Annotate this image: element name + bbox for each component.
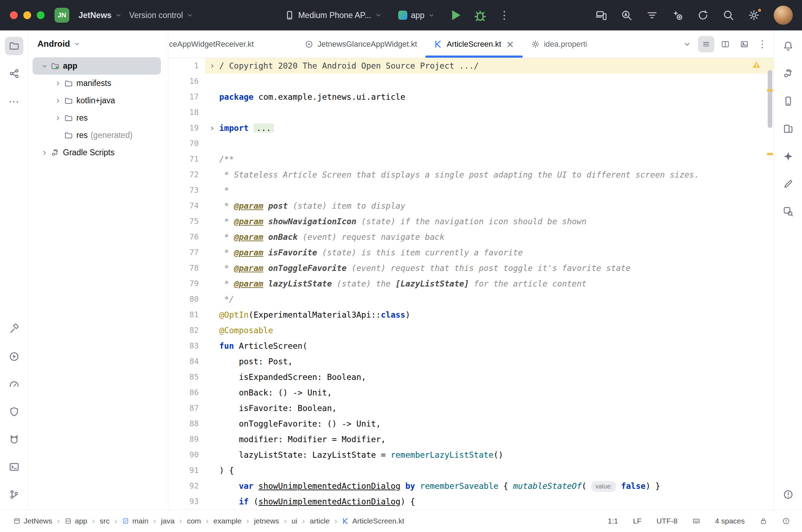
code-line-75[interactable]: 75 * @param showNavigationIcon (state) i… [168,214,774,229]
code-line-76[interactable]: 76 * @param onBack (event) request navig… [168,229,774,245]
code-line-92[interactable]: 92 var showUnimplementedActionDialog by … [168,478,774,494]
code-line-85[interactable]: 85 isExpandedScreen: Boolean, [168,369,774,385]
project-view-selector[interactable]: Android [28,30,168,55]
search-everywhere-icon[interactable] [723,10,734,21]
preview-button[interactable] [736,36,752,52]
chevron-down-icon[interactable] [39,63,50,70]
code-line-89[interactable]: 89 modifier: Modifier = Modifier, [168,432,774,447]
code-line-18[interactable]: 18 [168,105,774,120]
app-quality-insights-button[interactable] [5,403,23,421]
code-line-73[interactable]: 73 * [168,183,774,198]
code-line-84[interactable]: 84 post: Post, [168,354,774,369]
line-number[interactable]: 90 [168,447,205,463]
encoding-widget[interactable]: UTF-8 [656,517,678,525]
code-editor[interactable]: 1›/ Copyright 2020 The Android Open Sour… [168,58,774,509]
line-number[interactable]: 78 [168,260,205,276]
breadcrumb-item-jetnews[interactable]: jetnews [254,517,279,525]
line-number[interactable]: 74 [168,198,205,214]
more-tool-windows-icon[interactable]: ⋯ [5,92,23,110]
breadcrumb-item-ui[interactable]: ui [292,517,297,525]
code-line-87[interactable]: 87 isFavorite: Boolean, [168,400,774,416]
line-number[interactable]: 80 [168,291,205,307]
debug-button[interactable] [472,7,488,23]
code-line-90[interactable]: 90 lazyListState: LazyListState = rememb… [168,447,774,463]
line-number[interactable]: 85 [168,369,205,385]
device-manager-tool-button[interactable] [779,92,797,110]
line-number[interactable]: 79 [168,276,205,291]
tree-item-gradle-scripts[interactable]: Gradle Scripts [33,144,161,161]
code-line-93[interactable]: 93 if (showUnimplementedActionDialog) { [168,494,774,509]
line-number[interactable]: 72 [168,167,205,183]
code-line-82[interactable]: 82@Composable [168,323,774,338]
structural-search-icon[interactable] [646,10,658,21]
line-number[interactable]: 89 [168,432,205,447]
chevron-right-icon[interactable] [52,115,64,122]
fold-arrow-icon[interactable]: › [205,58,219,74]
running-devices-tool-button[interactable] [779,120,797,138]
line-separator-widget[interactable]: LF [633,517,642,525]
project-menu[interactable]: JetNews [75,8,126,23]
settings-button[interactable] [748,10,760,21]
resource-manager-tool-button[interactable] [5,64,23,83]
split-editor-button[interactable] [717,36,733,52]
editor-scrollbar[interactable] [766,58,774,509]
run-tool-button[interactable] [5,347,23,366]
code-line-17[interactable]: 17package com.example.jetnews.ui.article [168,89,774,105]
zoom-window-button[interactable] [37,11,45,19]
tree-item-res[interactable]: res [33,109,161,127]
breadcrumb-item-com[interactable]: com [187,517,201,525]
code-line-81[interactable]: 81@OptIn(ExperimentalMaterial3Api::class… [168,307,774,323]
breadcrumb-item-article[interactable]: article [310,517,330,525]
tab-list-view-button[interactable] [698,36,714,52]
code-line-78[interactable]: 78 * @param onToggleFavorite (event) req… [168,260,774,276]
chevron-right-icon[interactable] [39,149,50,156]
vcs-menu[interactable]: Version control [126,8,197,23]
breadcrumb-item-app[interactable]: app [65,517,87,525]
live-edit-tool-button[interactable] [779,175,797,193]
chevron-right-icon[interactable] [52,80,64,87]
build-tool-button[interactable] [5,320,23,338]
indent-widget[interactable]: 4 spaces [715,517,745,525]
device-selector[interactable]: Medium Phone AP... [281,7,385,23]
warning-stripe-mark[interactable] [767,89,773,92]
breadcrumb-item-src[interactable]: src [100,517,110,525]
line-number[interactable]: 19 [168,120,205,136]
caret-position-widget[interactable]: 1:1 [608,517,618,525]
gradle-tool-button[interactable] [779,64,797,83]
line-number[interactable]: 70 [168,136,205,151]
run-configuration-selector[interactable]: app [395,8,438,23]
line-number[interactable]: 71 [168,151,205,167]
line-number[interactable]: 92 [168,478,205,494]
code-line-72[interactable]: 72 * Stateless Article Screen that displ… [168,167,774,183]
profiler-tool-button[interactable] [5,375,23,393]
close-window-button[interactable] [10,11,18,19]
line-number[interactable]: 84 [168,354,205,369]
tree-item-manifests[interactable]: manifests [33,75,161,92]
line-number[interactable]: 91 [168,463,205,478]
editor-more-actions-icon[interactable]: ⋮ [755,39,769,49]
app-inspection-tool-button[interactable] [779,202,797,221]
code-line-80[interactable]: 80 */ [168,291,774,307]
problems-tool-button[interactable] [779,485,797,504]
terminal-tool-button[interactable] [5,458,23,476]
breadcrumb-item-jetnews[interactable]: JetNews [13,517,52,525]
code-line-77[interactable]: 77 * @param isFavorite (state) is this i… [168,245,774,260]
tree-item-res-generated[interactable]: res(generated) [33,127,161,144]
code-line-88[interactable]: 88 onToggleFavorite: () -> Unit, [168,416,774,432]
tree-item-app[interactable]: app [33,57,161,75]
line-number[interactable]: 17 [168,89,205,105]
code-line-1[interactable]: 1›/ Copyright 2020 The Android Open Sour… [168,58,774,74]
breadcrumb-item-example[interactable]: example [214,517,242,525]
minimize-window-button[interactable] [23,11,31,19]
inspections-warning-icon[interactable] [752,60,761,69]
tree-item-kotlin-java[interactable]: kotlin+java [33,92,161,109]
chevron-right-icon[interactable] [52,97,64,104]
line-number[interactable]: 93 [168,494,205,509]
project-tool-button[interactable] [5,37,23,55]
notifications-tool-button[interactable] [779,37,797,55]
keyboard-icon[interactable] [692,517,700,525]
inspect-code-icon[interactable] [621,10,632,21]
device-manager-icon[interactable] [595,10,607,21]
code-line-70[interactable]: 70 [168,136,774,151]
code-line-91[interactable]: 91) { [168,463,774,478]
